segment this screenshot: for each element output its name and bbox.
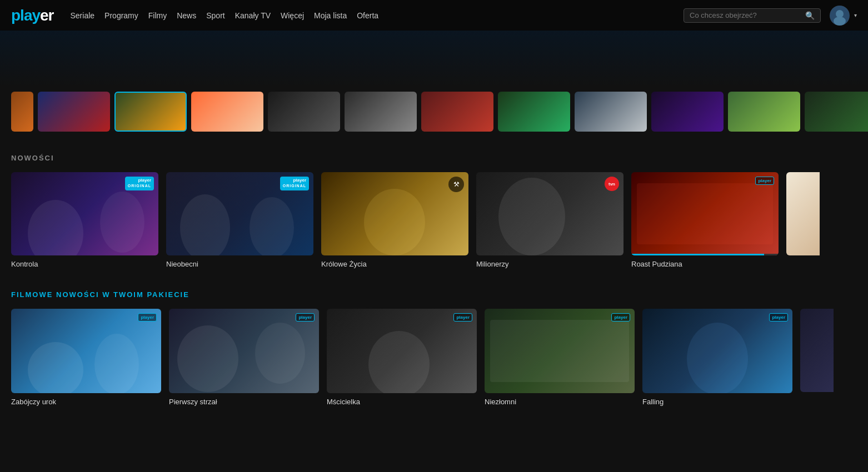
badge-tvn-3: tvn xyxy=(605,177,619,191)
svg-point-18 xyxy=(94,334,139,393)
nowosci-card-2[interactable]: ⚒Królowe Życia xyxy=(321,172,468,268)
filmowe-grid: playerZabójczy urok playerPierwszy strza… xyxy=(11,309,857,406)
badge-player-4: player xyxy=(755,177,774,185)
filmowe-card-label-1: Pierwszy strzał xyxy=(169,398,319,406)
navbar: player SerialeProgramyFilmyNewsSportKana… xyxy=(0,0,868,31)
badge-player-original-1: playerORIGINAL xyxy=(280,177,309,190)
badge-icon-2: ⚒ xyxy=(448,177,464,192)
logo[interactable]: player xyxy=(11,7,54,24)
chevron-down-icon: ▾ xyxy=(854,12,857,18)
search-bar: 🔍 xyxy=(684,8,821,23)
nav-link-filmy[interactable]: Filmy xyxy=(148,11,167,20)
svg-point-17 xyxy=(28,342,83,393)
strip-item-2[interactable] xyxy=(114,92,187,132)
filmowe-badge-player-0: player xyxy=(138,313,157,322)
strip-item-11[interactable] xyxy=(805,92,868,132)
search-input[interactable] xyxy=(690,11,801,19)
strip-item-9[interactable] xyxy=(651,92,724,132)
nowosci-card-5[interactable] xyxy=(786,172,820,268)
svg-point-19 xyxy=(177,325,238,392)
nowosci-card-0[interactable]: playerORIGINALKontrola xyxy=(11,172,158,268)
card-label-2: Królowe Życia xyxy=(321,260,468,268)
strip-item-4[interactable] xyxy=(268,92,340,132)
strip-item-5[interactable] xyxy=(345,92,417,132)
card-label-0: Kontrola xyxy=(11,260,158,268)
filmowe-badge-player-3: player xyxy=(611,313,630,322)
nav-link-sport[interactable]: Sport xyxy=(206,11,225,20)
filmowe-card-label-3: Niezłomni xyxy=(485,398,635,406)
card-label-3: Milionerzy xyxy=(476,260,623,268)
svg-point-21 xyxy=(368,331,430,393)
svg-rect-15 xyxy=(788,172,820,255)
svg-point-5 xyxy=(100,192,144,253)
svg-point-1 xyxy=(836,10,844,18)
strip-item-10[interactable] xyxy=(728,92,800,132)
filmowe-badge-player-2: player xyxy=(453,313,472,322)
svg-point-23 xyxy=(687,323,748,393)
nav-link-moja-lista[interactable]: Moja lista xyxy=(314,11,347,20)
filmowe-badge-player-1: player xyxy=(296,313,315,322)
filmowe-card-3[interactable]: playerNiezłomni xyxy=(485,309,635,406)
avatar xyxy=(830,6,850,26)
svg-point-12 xyxy=(498,178,565,255)
badge-player-original-0: playerORIGINAL xyxy=(125,177,154,190)
strip-item-3[interactable] xyxy=(191,92,263,132)
svg-point-10 xyxy=(364,189,425,255)
nav-links: SerialeProgramyFilmyNewsSportKanały TVWi… xyxy=(71,11,684,20)
nowosci-section: NOWOŚCI playerORIGINALKontrola playerORI… xyxy=(0,137,868,274)
nowosci-title: NOWOŚCI xyxy=(11,154,857,162)
filmowe-card-label-2: Mścicielka xyxy=(327,398,477,406)
card-label-4: Roast Pudziana xyxy=(631,260,779,268)
filmowe-card-4[interactable]: playerFalling xyxy=(642,309,792,406)
filmowe-card-5[interactable] xyxy=(800,309,834,406)
svg-point-8 xyxy=(250,197,294,255)
filmowe-card-label-4: Falling xyxy=(642,398,792,406)
svg-point-20 xyxy=(255,323,305,384)
strip-item-0[interactable] xyxy=(11,92,33,132)
nav-link-programy[interactable]: Programy xyxy=(104,11,138,20)
strip-item-6[interactable] xyxy=(421,92,493,132)
filmowe-badge-player-4: player xyxy=(769,313,788,322)
card-label-1: Nieobecni xyxy=(166,260,313,268)
nowosci-card-1[interactable]: playerORIGINALNieobecni xyxy=(166,172,313,268)
filmowe-card-label-0: Zabójczy urok xyxy=(11,398,161,406)
filmowe-card-0[interactable]: playerZabójczy urok xyxy=(11,309,161,406)
nav-link-oferta[interactable]: Oferta xyxy=(357,11,378,20)
filmowe-card-1[interactable]: playerPierwszy strzał xyxy=(169,309,319,406)
hero-area xyxy=(0,31,868,86)
filmowe-title: FILMOWE NOWOŚCI W TWOIM PAKIECIE xyxy=(11,290,857,299)
nav-link-news[interactable]: News xyxy=(177,11,196,20)
strip-item-8[interactable] xyxy=(575,92,647,132)
nav-link-seriale[interactable]: Seriale xyxy=(71,11,95,20)
user-area[interactable]: ▾ xyxy=(830,6,857,26)
svg-rect-22 xyxy=(490,320,629,382)
progress-bar-4 xyxy=(631,254,779,255)
search-icon: 🔍 xyxy=(805,11,815,20)
strip-container xyxy=(0,86,868,137)
filmowe-section: FILMOWE NOWOŚCI W TWOIM PAKIECIE playerZ… xyxy=(0,274,868,411)
strip-item-1[interactable] xyxy=(38,92,110,132)
nav-link-kanaly-tv[interactable]: Kanały TV xyxy=(235,11,271,20)
nowosci-card-4[interactable]: playerRoast Pudziana xyxy=(631,172,779,268)
nav-link-wiecej[interactable]: Więcej xyxy=(281,11,304,20)
nowosci-grid: playerORIGINALKontrola playerORIGINALNie… xyxy=(11,172,857,268)
strip-item-7[interactable] xyxy=(498,92,570,132)
filmowe-card-2[interactable]: playerMścicielka xyxy=(327,309,477,406)
svg-point-2 xyxy=(834,17,846,26)
svg-rect-14 xyxy=(637,183,773,244)
nowosci-card-3[interactable]: tvnMilionerzy xyxy=(476,172,623,268)
